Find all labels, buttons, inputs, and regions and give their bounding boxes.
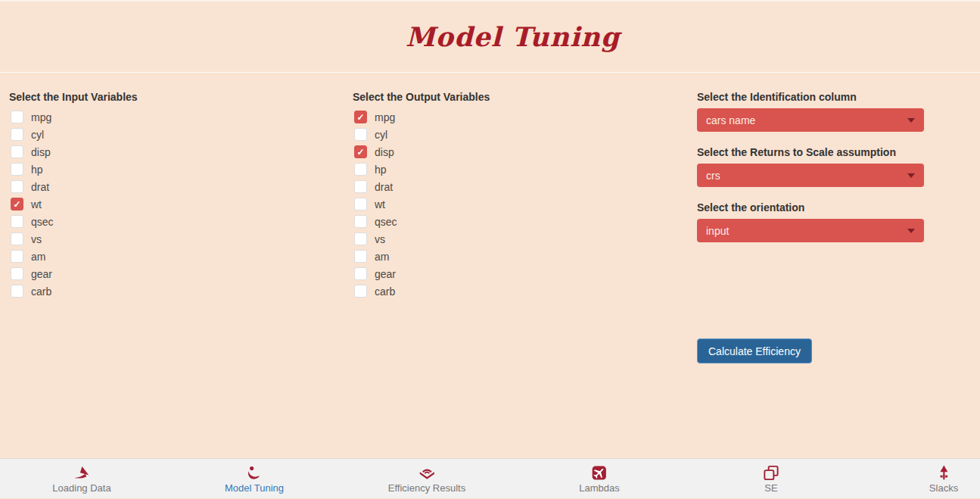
checkbox[interactable]: ✓: [11, 145, 23, 158]
model-tuning-panel: Select the Input Variables ✓ mpg ✓ cyl ✓…: [0, 73, 980, 458]
calculate-efficiency-button[interactable]: Calculate Efficiency: [697, 338, 812, 363]
checkbox[interactable]: ✓: [354, 128, 367, 141]
tree-icon: [933, 464, 954, 482]
checkbox[interactable]: ✓: [11, 111, 23, 123]
output-variables-label: Select the Output Variables: [353, 91, 686, 104]
checkbox-option-gear[interactable]: ✓ gear: [9, 265, 342, 282]
checkbox-option-carb[interactable]: ✓ carb: [353, 282, 686, 300]
checkbox[interactable]: ✓: [11, 180, 23, 193]
checkbox-option-cyl[interactable]: ✓ cyl: [9, 126, 342, 143]
checkbox-label: vs: [375, 233, 385, 245]
orientation-value: input: [706, 225, 729, 237]
checkbox[interactable]: ✓: [11, 267, 23, 280]
audio-arcs-icon: [416, 464, 437, 482]
checkbox[interactable]: ✓: [11, 250, 23, 263]
paper-plane-icon: [72, 464, 92, 482]
checkbox[interactable]: ✓: [354, 180, 367, 193]
returns-to-scale-value: crs: [706, 170, 720, 182]
checkbox[interactable]: ✓: [354, 250, 367, 263]
checkbox-option-drat[interactable]: ✓ drat: [353, 178, 686, 195]
checkbox-option-hp[interactable]: ✓ hp: [9, 161, 342, 178]
output-variables-panel: Select the Output Variables ✓ mpg ✓ cyl …: [353, 91, 686, 300]
bottom-tab-bar: Loading Data Model Tuning Efficiency Res…: [0, 458, 980, 498]
identification-column-label: Select the Identification column: [697, 91, 924, 104]
nav-tab-lambdas[interactable]: Lambdas: [579, 464, 619, 494]
identification-column-select[interactable]: cars name: [697, 108, 924, 132]
checkbox-label: gear: [375, 268, 396, 280]
nav-tab-slacks[interactable]: Slacks: [929, 464, 958, 494]
checkbox-label: qsec: [31, 216, 54, 228]
checkbox-label: wt: [31, 198, 42, 211]
identification-column-value: cars name: [706, 114, 755, 126]
input-variables-label: Select the Input Variables: [9, 91, 342, 104]
caret-down-icon: [907, 229, 915, 233]
checkbox-option-am[interactable]: ✓ am: [9, 248, 342, 265]
checkbox-label: cyl: [375, 129, 387, 141]
returns-to-scale-select[interactable]: crs: [697, 164, 924, 187]
page-header: Model Tuning: [0, 2, 980, 73]
checkbox-label: mpg: [31, 111, 51, 123]
checkbox-option-mpg[interactable]: ✓ mpg: [353, 108, 686, 126]
checkbox-option-disp[interactable]: ✓ disp: [353, 143, 686, 161]
nav-tab-model-tuning[interactable]: Model Tuning: [225, 464, 284, 494]
checkbox[interactable]: ✓: [11, 285, 23, 298]
checkbox[interactable]: ✓: [11, 128, 23, 141]
checkbox-label: carb: [31, 285, 51, 298]
orientation-label: Select the orientation: [697, 201, 924, 214]
check-icon: ✓: [356, 113, 364, 122]
caret-down-icon: [907, 118, 915, 123]
nav-tab-efficiency-results[interactable]: Efficiency Results: [388, 464, 465, 494]
check-icon: ✓: [13, 200, 20, 209]
checkbox-option-wt[interactable]: ✓ wt: [353, 195, 686, 213]
checkbox[interactable]: ✓: [354, 145, 367, 158]
checkbox-option-gear[interactable]: ✓ gear: [353, 265, 686, 282]
checkbox[interactable]: ✓: [11, 163, 23, 176]
checkbox-label: carb: [375, 285, 395, 298]
checkbox-label: vs: [31, 233, 42, 245]
checkbox-option-vs[interactable]: ✓ vs: [353, 230, 686, 248]
caret-down-icon: [907, 173, 915, 178]
checkbox-option-wt[interactable]: ✓ wt: [9, 195, 342, 213]
checkbox-option-disp[interactable]: ✓ disp: [9, 143, 342, 161]
checkbox-option-vs[interactable]: ✓ vs: [9, 230, 342, 248]
checkbox[interactable]: ✓: [354, 198, 367, 211]
checkbox-label: wt: [375, 198, 385, 211]
checkbox-option-carb[interactable]: ✓ carb: [9, 282, 342, 300]
checkbox-option-hp[interactable]: ✓ hp: [353, 161, 686, 178]
checkbox[interactable]: ✓: [354, 163, 367, 176]
nav-tab-se[interactable]: SE: [761, 464, 782, 494]
checkbox-label: gear: [31, 268, 52, 280]
nav-tab-loading-data[interactable]: Loading Data: [52, 464, 110, 494]
checkbox-option-cyl[interactable]: ✓ cyl: [353, 126, 686, 143]
checkbox-label: hp: [375, 164, 387, 176]
checkbox-label: drat: [375, 181, 393, 193]
checkbox-option-drat[interactable]: ✓ drat: [9, 178, 342, 195]
checkbox-label: am: [375, 251, 389, 263]
clone-icon: [761, 464, 782, 482]
checkbox-label: mpg: [375, 111, 395, 123]
checkbox-option-qsec[interactable]: ✓ qsec: [9, 213, 342, 230]
checkbox-label: drat: [31, 181, 49, 193]
checkbox-option-qsec[interactable]: ✓ qsec: [353, 213, 686, 230]
plane-square-icon: [589, 464, 609, 482]
checkbox[interactable]: ✓: [11, 215, 23, 228]
checkbox[interactable]: ✓: [354, 267, 367, 280]
checkbox-label: cyl: [31, 129, 44, 141]
orientation-select[interactable]: input: [697, 219, 924, 242]
checkbox-option-am[interactable]: ✓ am: [353, 248, 686, 265]
checkbox-label: hp: [31, 164, 43, 176]
returns-to-scale-label: Select the Returns to Scale assumption: [697, 146, 924, 159]
checkbox-option-mpg[interactable]: ✓ mpg: [9, 108, 342, 126]
input-variables-panel: Select the Input Variables ✓ mpg ✓ cyl ✓…: [9, 91, 342, 300]
model-options-panel: Select the Identification column cars na…: [697, 91, 924, 363]
checkbox[interactable]: ✓: [354, 111, 367, 123]
checkbox[interactable]: ✓: [354, 215, 367, 228]
checkbox[interactable]: ✓: [11, 232, 23, 245]
checkbox[interactable]: ✓: [11, 198, 23, 211]
checkbox-label: disp: [31, 146, 51, 158]
input-variables-checklist: ✓ mpg ✓ cyl ✓ disp ✓ hp ✓ drat ✓ wt ✓ qs…: [9, 108, 342, 300]
checkbox-label: disp: [375, 146, 394, 158]
output-variables-checklist: ✓ mpg ✓ cyl ✓ disp ✓ hp ✓ drat ✓ wt ✓ qs…: [353, 108, 686, 300]
checkbox[interactable]: ✓: [354, 285, 367, 298]
checkbox[interactable]: ✓: [354, 232, 367, 245]
